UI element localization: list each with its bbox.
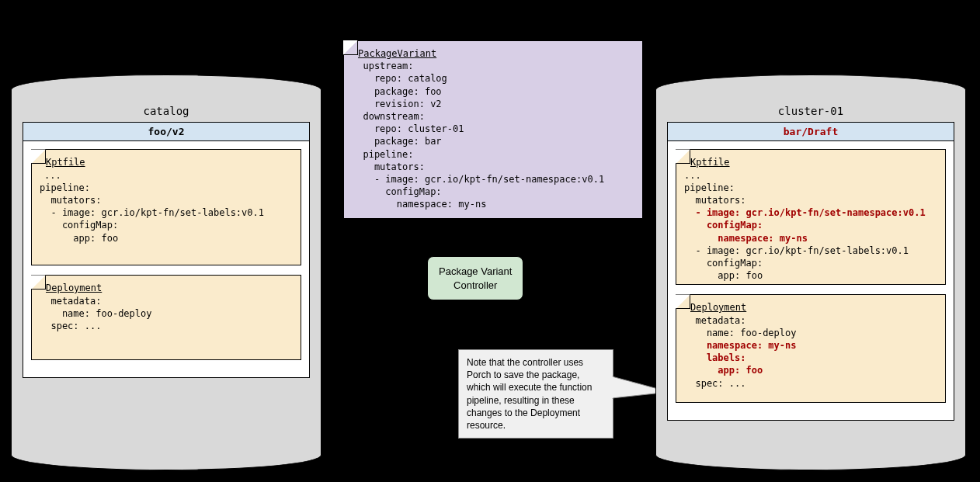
catalog-kptfile-card: Kptfile ... pipeline: mutators: - image:… <box>31 149 301 265</box>
cluster-pkg-body: Kptfile ... pipeline: mutators: - image:… <box>668 141 954 420</box>
note-text: Note that the controller uses Porch to s… <box>467 357 592 431</box>
cluster-title: cluster-01 <box>667 104 954 119</box>
catalog-pkg-body: Kptfile ... pipeline: mutators: - image:… <box>23 141 309 377</box>
package-variant-controller: Package Variant Controller <box>427 256 523 300</box>
cluster-kptfile-red: - image: gcr.io/kpt-fn/set-namespace:v0.… <box>684 207 926 243</box>
controller-label: Package Variant Controller <box>439 265 512 291</box>
packagevariant-card: PackageVariant upstream: repo: catalog p… <box>343 40 643 219</box>
packagevariant-body: upstream: repo: catalog package: foo rev… <box>352 61 604 210</box>
packagevariant-title: PackageVariant <box>358 48 436 59</box>
catalog-kptfile-title: Kptfile <box>46 157 85 168</box>
cluster-kptfile-pre: ... pipeline: mutators: <box>684 170 745 206</box>
catalog-deploy-card: Deployment metadata: name: foo-deploy sp… <box>31 275 301 360</box>
catalog-body: catalog foo/v2 Kptfile ... pipeline: mut… <box>11 90 321 455</box>
cluster-db: cluster-01 bar/Draft Kptfile ... pipelin… <box>655 75 966 470</box>
cluster-kptfile-post: - image: gcr.io/kpt-fn/set-labels:v0.1 c… <box>684 245 909 281</box>
cluster-pkg-header: bar/Draft <box>668 123 954 142</box>
cluster-body: cluster-01 bar/Draft Kptfile ... pipelin… <box>655 90 966 455</box>
catalog-deploy-title: Deployment <box>46 283 102 293</box>
cluster-kptfile-card: Kptfile ... pipeline: mutators: - image:… <box>676 149 946 285</box>
catalog-package: foo/v2 Kptfile ... pipeline: mutators: -… <box>23 122 310 379</box>
cluster-deploy-l2: name: foo-deploy <box>684 328 797 338</box>
note-callout: Note that the controller uses Porch to s… <box>458 349 613 439</box>
cluster-kptfile-title: Kptfile <box>690 157 730 168</box>
cluster-deploy-l3: spec: ... <box>684 378 745 389</box>
catalog-deploy-body: metadata: name: foo-deploy spec: ... <box>40 296 152 331</box>
catalog-title: catalog <box>23 104 310 119</box>
cluster-deploy-l1: metadata: <box>684 315 745 326</box>
catalog-pkg-header: foo/v2 <box>23 123 309 142</box>
catalog-kptfile-body: ... pipeline: mutators: - image: gcr.io/… <box>40 170 264 244</box>
cluster-deploy-card: Deployment metadata: name: foo-deploy na… <box>676 294 946 403</box>
cluster-deploy-title: Deployment <box>690 302 746 313</box>
cluster-deploy-red: namespace: my-ns labels: app: foo <box>684 340 797 376</box>
cluster-package: bar/Draft Kptfile ... pipeline: mutators… <box>667 122 954 421</box>
catalog-db: catalog foo/v2 Kptfile ... pipeline: mut… <box>11 75 321 470</box>
